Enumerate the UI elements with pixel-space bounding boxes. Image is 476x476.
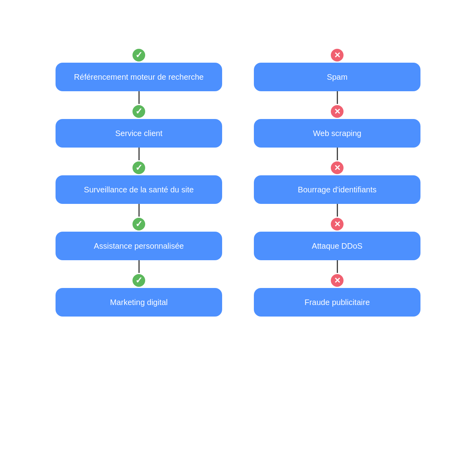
check-icon: [135, 219, 142, 229]
cross-icon: [334, 163, 341, 173]
flow-item: Surveillance de la santé du site: [56, 160, 222, 204]
item-box: Marketing digital: [56, 288, 222, 317]
bad-badge: [330, 273, 345, 288]
cross-icon: [334, 50, 341, 60]
cross-icon: [334, 276, 341, 285]
bad-badge: [330, 104, 345, 119]
flow-item: Référencement moteur de recherche: [56, 48, 222, 91]
flow-item: Assistance personnalisée: [56, 217, 222, 260]
item-box: Référencement moteur de recherche: [56, 63, 222, 91]
check-icon: [135, 163, 142, 173]
item-box: Service client: [56, 119, 222, 148]
connector: [138, 148, 140, 160]
flow-item: Web scraping: [254, 104, 420, 148]
flow-item: Attaque DDoS: [254, 217, 420, 260]
bad-badge: [330, 48, 345, 63]
good-badge: [131, 217, 146, 232]
flow-item: Marketing digital: [56, 273, 222, 317]
good-badge: [131, 160, 146, 175]
bad-bots-column: SpamWeb scrapingBourrage d'identifiantsA…: [254, 48, 420, 317]
flow-item: Bourrage d'identifiants: [254, 160, 420, 204]
check-icon: [135, 275, 142, 286]
flow-item: Service client: [56, 104, 222, 148]
item-box: Spam: [254, 63, 420, 91]
flow-item: Spam: [254, 48, 420, 91]
connector: [337, 148, 338, 160]
good-bots-column: Référencement moteur de rechercheService…: [56, 48, 222, 317]
connector: [337, 204, 338, 217]
item-box: Fraude publicitaire: [254, 288, 420, 317]
cross-icon: [334, 107, 341, 116]
item-box: Attaque DDoS: [254, 232, 420, 260]
good-badge: [131, 48, 146, 63]
good-badge: [131, 104, 146, 119]
item-box: Web scraping: [254, 119, 420, 148]
item-box: Bourrage d'identifiants: [254, 175, 420, 204]
connector: [337, 260, 338, 273]
columns-wrapper: Référencement moteur de rechercheService…: [16, 48, 460, 317]
connector: [138, 204, 140, 217]
connector: [337, 91, 338, 104]
bad-badge: [330, 217, 345, 232]
bad-badge: [330, 160, 345, 175]
item-box: Assistance personnalisée: [56, 232, 222, 260]
connector: [138, 91, 140, 104]
check-icon: [135, 50, 142, 60]
connector: [138, 260, 140, 273]
item-box: Surveillance de la santé du site: [56, 175, 222, 204]
check-icon: [135, 106, 142, 117]
good-badge: [131, 273, 146, 288]
cross-icon: [334, 219, 341, 229]
flow-item: Fraude publicitaire: [254, 273, 420, 317]
